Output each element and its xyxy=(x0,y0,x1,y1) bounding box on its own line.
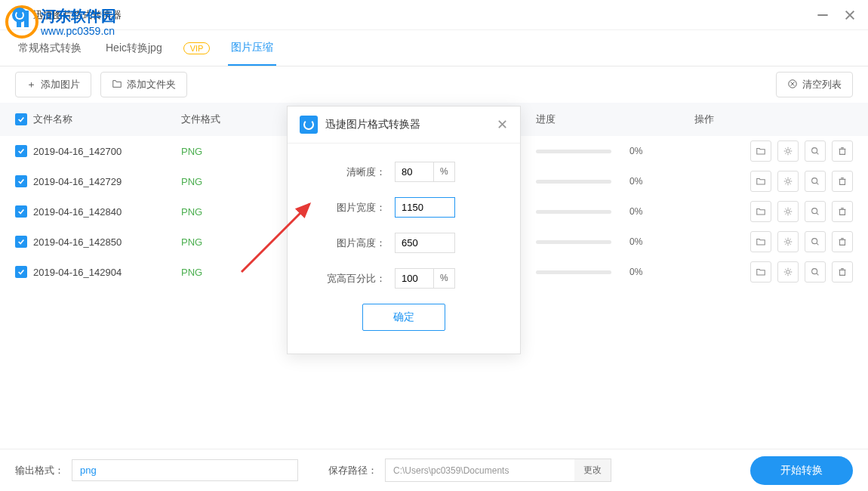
settings-icon[interactable] xyxy=(777,261,799,283)
svg-point-21 xyxy=(812,239,817,244)
delete-icon[interactable] xyxy=(832,201,853,222)
progress-text: 0% xyxy=(629,267,642,277)
row-checkbox[interactable] xyxy=(15,236,27,248)
progress-bar xyxy=(536,270,611,274)
output-format-label: 输出格式： xyxy=(15,464,64,477)
preview-icon[interactable] xyxy=(805,261,826,283)
file-name: 2019-04-16_142850 xyxy=(33,236,181,248)
minimize-button[interactable] xyxy=(817,9,829,21)
progress-text: 0% xyxy=(629,176,642,187)
svg-line-25 xyxy=(817,273,819,276)
tab-format-convert[interactable]: 常规格式转换 xyxy=(15,31,85,66)
close-button[interactable] xyxy=(844,9,856,21)
svg-point-11 xyxy=(786,150,790,153)
file-format: PNG xyxy=(181,206,287,218)
settings-icon[interactable] xyxy=(777,201,799,222)
open-folder-icon[interactable] xyxy=(750,171,771,192)
save-path-input[interactable] xyxy=(386,459,574,481)
file-name: 2019-04-16_142840 xyxy=(33,206,181,218)
dialog-header: 迅捷图片格式转换器 ✕ xyxy=(288,107,520,144)
add-image-button[interactable]: ＋ 添加图片 xyxy=(15,72,91,97)
clear-icon xyxy=(787,79,798,91)
height-input[interactable] xyxy=(395,233,455,253)
svg-point-18 xyxy=(812,208,817,214)
settings-icon[interactable] xyxy=(777,141,799,162)
preview-icon[interactable] xyxy=(805,201,826,222)
settings-icon[interactable] xyxy=(777,231,799,252)
folder-icon xyxy=(112,79,122,91)
preview-icon[interactable] xyxy=(805,231,826,252)
column-name-header: 文件名称 xyxy=(33,113,181,126)
svg-point-23 xyxy=(786,270,790,273)
progress-bar xyxy=(536,180,611,184)
file-name: 2019-04-16_142904 xyxy=(33,267,181,278)
delete-icon[interactable] xyxy=(832,231,853,252)
file-format: PNG xyxy=(181,236,287,248)
svg-line-22 xyxy=(817,243,819,246)
footer: 输出格式： 保存路径： 更改 开始转换 xyxy=(0,449,868,491)
clarity-input[interactable] xyxy=(396,162,433,181)
svg-point-12 xyxy=(812,148,817,153)
confirm-button[interactable]: 确定 xyxy=(362,304,445,331)
add-folder-button[interactable]: 添加文件夹 xyxy=(100,72,187,97)
row-checkbox[interactable] xyxy=(15,205,27,218)
svg-line-16 xyxy=(817,183,819,185)
tab-heic-convert[interactable]: Heic转换jpg xyxy=(103,31,165,66)
delete-icon[interactable] xyxy=(832,141,853,162)
delete-icon[interactable] xyxy=(832,171,853,192)
width-label: 图片宽度： xyxy=(310,201,386,215)
save-path-label: 保存路径： xyxy=(328,464,377,477)
dialog-close-button[interactable]: ✕ xyxy=(497,116,508,133)
row-checkbox[interactable] xyxy=(15,266,27,278)
file-name: 2019-04-16_142700 xyxy=(33,146,181,157)
settings-icon[interactable] xyxy=(777,171,799,192)
svg-point-14 xyxy=(786,180,790,183)
progress-bar xyxy=(536,240,611,244)
percent-unit: % xyxy=(433,162,454,181)
width-input[interactable] xyxy=(395,197,455,218)
app-title: 迅捷图片格式转换器 xyxy=(33,8,122,22)
tab-compress[interactable]: 图片压缩 xyxy=(228,31,276,66)
ratio-label: 宽高百分比： xyxy=(310,272,386,286)
height-label: 图片高度： xyxy=(310,236,386,250)
progress-text: 0% xyxy=(629,206,642,217)
column-progress-header: 进度 xyxy=(536,113,694,126)
file-name: 2019-04-16_142729 xyxy=(33,176,181,187)
open-folder-icon[interactable] xyxy=(750,261,771,283)
settings-dialog: 迅捷图片格式转换器 ✕ 清晰度： % 图片宽度： 图片高度： 宽高百分比： % … xyxy=(287,106,521,354)
plus-icon: ＋ xyxy=(26,78,36,91)
file-format: PNG xyxy=(181,146,287,157)
svg-point-17 xyxy=(786,210,790,213)
open-folder-icon[interactable] xyxy=(750,141,771,162)
tab-bar: 常规格式转换 Heic转换jpg VIP 图片压缩 xyxy=(0,30,868,66)
clarity-label: 清晰度： xyxy=(310,165,386,179)
save-path-field: 更改 xyxy=(385,459,611,482)
dialog-app-icon xyxy=(300,116,318,134)
preview-icon[interactable] xyxy=(805,141,826,162)
delete-icon[interactable] xyxy=(832,261,853,283)
output-format-input[interactable] xyxy=(72,459,298,481)
svg-point-20 xyxy=(786,240,790,243)
percent-unit: % xyxy=(433,269,454,288)
clear-list-button[interactable]: 清空列表 xyxy=(776,72,853,97)
file-format: PNG xyxy=(181,176,287,187)
svg-point-24 xyxy=(812,269,817,274)
row-checkbox[interactable] xyxy=(15,145,27,157)
open-folder-icon[interactable] xyxy=(750,231,771,252)
progress-text: 0% xyxy=(629,236,642,247)
column-format-header: 文件格式 xyxy=(181,113,287,126)
row-checkbox[interactable] xyxy=(15,175,27,187)
select-all-checkbox[interactable] xyxy=(15,113,27,125)
change-path-button[interactable]: 更改 xyxy=(574,459,611,481)
toolbar: ＋ 添加图片 添加文件夹 清空列表 xyxy=(0,66,868,103)
file-format: PNG xyxy=(181,267,287,278)
dialog-title: 迅捷图片格式转换器 xyxy=(325,118,420,131)
progress-bar xyxy=(536,150,611,153)
svg-line-13 xyxy=(817,153,819,155)
ratio-input[interactable] xyxy=(396,269,433,288)
svg-point-15 xyxy=(812,178,817,184)
start-convert-button[interactable]: 开始转换 xyxy=(750,456,853,485)
preview-icon[interactable] xyxy=(805,171,826,192)
svg-line-19 xyxy=(817,213,819,215)
open-folder-icon[interactable] xyxy=(750,201,771,222)
